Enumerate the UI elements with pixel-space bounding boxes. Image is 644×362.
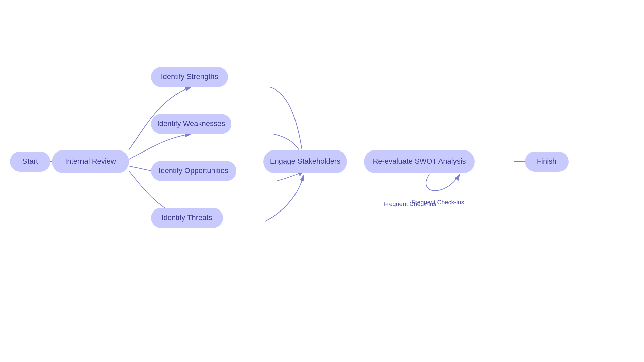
node-start-label: Start	[22, 157, 38, 165]
node-finish-label: Finish	[537, 157, 557, 165]
frequent-checkins-label: Frequent Check-ins	[383, 201, 436, 207]
node-engage-label: Engage Stakeholders	[270, 157, 340, 165]
node-reevaluate-label: Re-evaluate SWOT Analysis	[373, 157, 466, 165]
node-opportunities-label: Identify Opportunities	[159, 166, 228, 175]
edge-internal-weaknesses	[129, 134, 191, 159]
diagram-container: Frequent Check-ins Start Internal Review…	[0, 0, 644, 362]
edge-threats-engage	[265, 175, 304, 221]
flowchart: Frequent Check-ins Start Internal Review…	[0, 0, 644, 362]
node-weaknesses-label: Identify Weaknesses	[157, 119, 225, 128]
node-internal-review-label: Internal Review	[65, 157, 116, 165]
edge-frequent-checkins	[426, 174, 460, 191]
node-strengths-label: Identify Strengths	[161, 72, 218, 81]
node-threats-label: Identify Threats	[161, 213, 212, 222]
